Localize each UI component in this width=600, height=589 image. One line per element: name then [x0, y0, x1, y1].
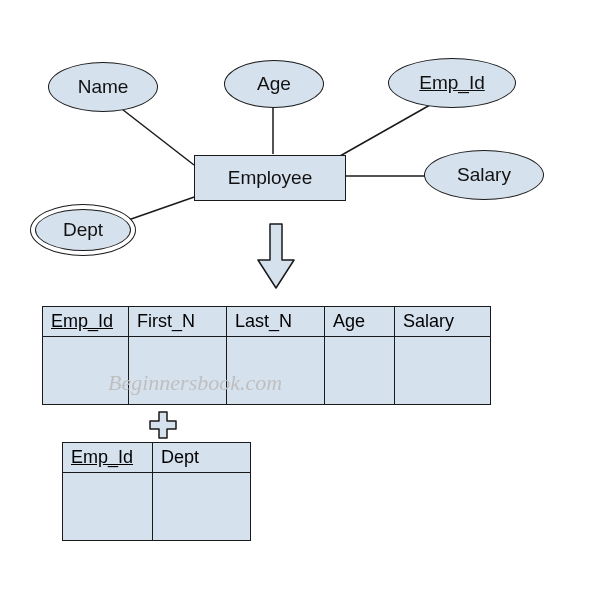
col-emp-id: Emp_Id: [71, 447, 133, 467]
svg-line-0: [118, 106, 194, 165]
svg-line-2: [340, 105, 430, 156]
col-emp-id: Emp_Id: [51, 311, 113, 331]
table-row: [63, 473, 251, 541]
attribute-name: Name: [48, 62, 158, 112]
entity-employee-label: Employee: [228, 167, 313, 189]
attribute-age: Age: [224, 60, 324, 108]
table-employee: Emp_Id First_N Last_N Age Salary: [42, 306, 491, 405]
table-row: [43, 337, 491, 405]
col-first-n: First_N: [137, 311, 195, 331]
er-to-table-diagram: Name Age Emp_Id Salary Dept Employee Emp…: [0, 0, 600, 589]
table-dept: Emp_Id Dept: [62, 442, 251, 541]
col-age: Age: [333, 311, 365, 331]
attribute-dept-multivalued: Dept: [30, 204, 136, 256]
arrow-down-icon: [256, 222, 296, 298]
attribute-name-label: Name: [78, 76, 129, 98]
attribute-emp-id: Emp_Id: [388, 58, 516, 108]
attribute-age-label: Age: [257, 73, 291, 95]
attribute-dept-label: Dept: [63, 219, 103, 241]
attribute-emp-id-label: Emp_Id: [419, 72, 484, 94]
attribute-salary-label: Salary: [457, 164, 511, 186]
col-last-n: Last_N: [235, 311, 292, 331]
table-row: Emp_Id First_N Last_N Age Salary: [43, 307, 491, 337]
attribute-salary: Salary: [424, 150, 544, 200]
table-row: Emp_Id Dept: [63, 443, 251, 473]
entity-employee: Employee: [194, 155, 346, 201]
col-dept: Dept: [161, 447, 199, 467]
col-salary: Salary: [403, 311, 454, 331]
plus-icon: [148, 410, 178, 440]
